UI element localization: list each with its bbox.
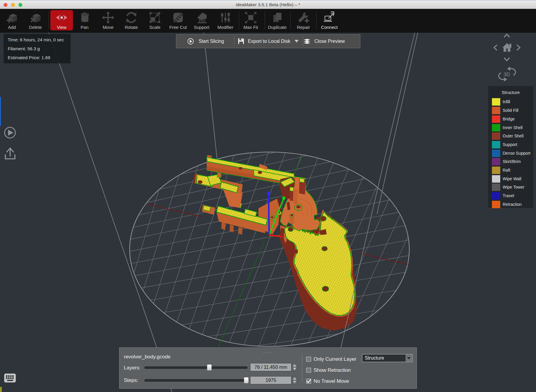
svg-text:3D: 3D bbox=[504, 72, 510, 77]
